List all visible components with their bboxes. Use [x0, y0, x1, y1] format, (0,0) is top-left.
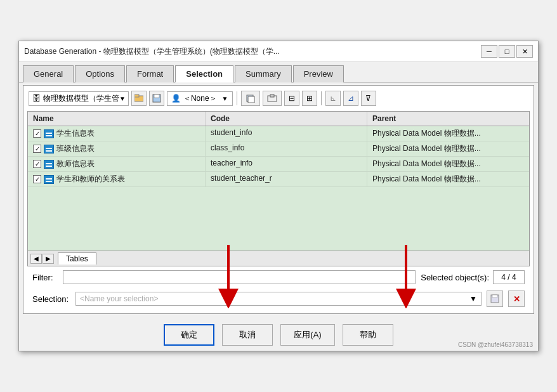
- table-header: Name Code Parent: [28, 112, 529, 126]
- save-selection-icon: [490, 294, 499, 303]
- apply-button[interactable]: 应用(A): [280, 324, 334, 346]
- toolbar-btn-3[interactable]: ⊟: [284, 91, 299, 106]
- row3-parent: Physical Data Model 物理数据...: [367, 157, 529, 171]
- title-bar: Database Generation - 物理数据模型（学生管理系统）(物理数…: [19, 41, 538, 62]
- row4-code: student_teacher_r: [206, 172, 367, 186]
- filter-label: Filter:: [32, 273, 58, 282]
- watermark: CSDN @zhufei463738313: [458, 341, 533, 348]
- svg-rect-7: [270, 95, 274, 97]
- col-name: Name: [28, 112, 206, 126]
- row2-parent: Physical Data Model 物理数据...: [367, 141, 529, 156]
- table-icon-4: [44, 175, 54, 184]
- selection-save-button[interactable]: [487, 291, 503, 307]
- row4-parent: Physical Data Model 物理数据...: [367, 172, 529, 186]
- row3-name: ✓ 教师信息表: [28, 157, 206, 171]
- model-dropdown[interactable]: 🗄 物理数据模型（学生管 ▼: [29, 91, 129, 106]
- row2-name: ✓ 班级信息表: [28, 141, 206, 156]
- window-title: Database Generation - 物理数据模型（学生管理系统）(物理数…: [24, 46, 280, 57]
- dropdown-arrow: ▼: [119, 95, 126, 102]
- row4-name: ✓ 学生和教师的关系表: [28, 172, 206, 186]
- svg-rect-1: [134, 95, 139, 97]
- cancel-button[interactable]: 取消: [222, 324, 273, 346]
- nav-next-button[interactable]: ▶: [43, 254, 54, 264]
- minimize-button[interactable]: ─: [481, 45, 497, 58]
- row1-checkbox[interactable]: ✓: [33, 129, 41, 138]
- db-icon: 🗄: [32, 93, 41, 103]
- selection-arrow: ▼: [469, 294, 477, 303]
- tab-preview[interactable]: Preview: [293, 65, 344, 82]
- copy-icon: [246, 94, 256, 103]
- content-area: 🗄 物理数据模型（学生管 ▼ 👤 ＜None＞ ▼ ⊟: [23, 85, 534, 314]
- nav-prev-button[interactable]: ◀: [30, 254, 42, 264]
- toolbar-btn-filter1[interactable]: ⊾: [325, 91, 341, 106]
- folder-icon: [134, 94, 143, 103]
- row2-checkbox[interactable]: ✓: [33, 145, 41, 153]
- table-row[interactable]: ✓ 班级信息表 class_info Physical Data Model 物…: [28, 141, 529, 157]
- maximize-button[interactable]: □: [499, 45, 515, 58]
- col-code: Code: [206, 112, 367, 126]
- separator-2: [321, 91, 322, 105]
- tab-general[interactable]: General: [23, 65, 74, 82]
- row1-parent: Physical Data Model 物理数据...: [367, 126, 529, 141]
- row1-name: ✓ 学生信息表: [28, 126, 206, 141]
- table-row[interactable]: ✓ 教师信息表 teacher_info Physical Data Model…: [28, 157, 529, 172]
- row3-code: teacher_info: [206, 157, 367, 171]
- table-icon-1: [44, 129, 54, 138]
- confirm-button[interactable]: 确定: [164, 324, 214, 346]
- row1-code: student_info: [206, 126, 367, 141]
- col-parent: Parent: [367, 112, 529, 126]
- tab-options[interactable]: Options: [75, 65, 125, 82]
- tables-tab[interactable]: Tables: [58, 252, 96, 265]
- toolbar-btn-4[interactable]: ⊞: [302, 91, 317, 106]
- svg-rect-5: [248, 96, 254, 103]
- tab-format[interactable]: Format: [126, 65, 174, 82]
- row2-code: class_info: [206, 141, 367, 156]
- toolbar-btn-filter3[interactable]: ⊽: [361, 91, 376, 106]
- person-icon: 👤: [171, 94, 181, 103]
- separator-1: [237, 91, 237, 105]
- toolbar-btn-paste[interactable]: [263, 91, 282, 106]
- table-icon-3: [44, 160, 54, 169]
- tab-summary[interactable]: Summary: [235, 65, 292, 82]
- table-body: ✓ 学生信息表 student_info Physical Data Model…: [28, 126, 529, 251]
- help-button[interactable]: 帮助: [343, 324, 393, 346]
- svg-rect-9: [492, 295, 497, 297]
- person-arrow: ▼: [222, 95, 228, 102]
- toolbar-btn-1[interactable]: [131, 91, 147, 106]
- row4-checkbox[interactable]: ✓: [33, 175, 41, 183]
- title-bar-buttons: ─ □ ✕: [481, 45, 533, 58]
- table-row[interactable]: ✓ 学生信息表 student_info Physical Data Model…: [28, 126, 529, 141]
- selection-label: Selection:: [32, 294, 70, 304]
- model-name: 物理数据模型（学生管: [43, 93, 119, 104]
- toolbar: 🗄 物理数据模型（学生管 ▼ 👤 ＜None＞ ▼ ⊟: [27, 89, 530, 107]
- tab-selection[interactable]: Selection: [175, 65, 233, 82]
- save-icon: [152, 94, 161, 103]
- table-area: Name Code Parent ✓ 学生信息表 student_info Ph…: [27, 111, 530, 266]
- arrow-confirm: [203, 245, 254, 308]
- table-row[interactable]: ✓ 学生和教师的关系表 student_teacher_r Physical D…: [28, 172, 529, 187]
- close-button[interactable]: ✕: [516, 45, 533, 58]
- arrow-apply: [381, 245, 431, 308]
- selection-row: Selection: <Name your selection> ▼ ✕: [27, 288, 530, 310]
- table-icon-2: [44, 145, 54, 154]
- nav-buttons: ◀ ▶: [30, 254, 54, 264]
- toolbar-btn-filter2[interactable]: ⊿: [343, 91, 358, 106]
- count-box: 4 / 4: [493, 270, 525, 284]
- main-window: Database Generation - 物理数据模型（学生管理系统）(物理数…: [18, 41, 539, 351]
- filter-row: Filter: Selected object(s): 4 / 4: [27, 266, 530, 288]
- tab-bar: General Options Format Selection Summary…: [19, 62, 538, 82]
- selection-placeholder: <Name your selection>: [80, 294, 158, 303]
- selected-count: Selected object(s): 4 / 4: [421, 270, 525, 284]
- person-label: ＜None＞: [183, 93, 217, 104]
- toolbar-btn-copy[interactable]: [241, 91, 260, 106]
- selection-clear-button[interactable]: ✕: [508, 291, 525, 307]
- bottom-tab-bar: ◀ ▶ Tables: [28, 251, 529, 266]
- paste-icon: [267, 94, 277, 103]
- row3-checkbox[interactable]: ✓: [33, 160, 41, 168]
- person-dropdown[interactable]: 👤 ＜None＞ ▼: [167, 91, 233, 106]
- empty-rows: [28, 187, 529, 251]
- svg-rect-3: [154, 95, 159, 98]
- toolbar-btn-2[interactable]: [149, 91, 164, 106]
